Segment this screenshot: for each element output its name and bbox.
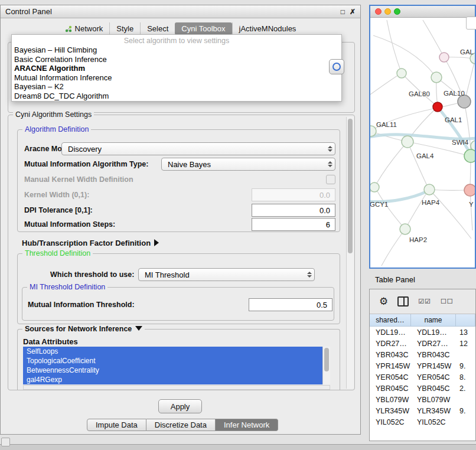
manual-kernel-checkbox[interactable] — [326, 175, 335, 184]
table-cell: YDL19… — [370, 328, 413, 337]
mi-algorithm-type-combobox[interactable]: Naive Bayes — [161, 158, 335, 171]
column-selector-icon[interactable] — [397, 296, 409, 306]
sources-section-toggle[interactable]: Sources for Network Inference — [22, 325, 145, 333]
control-panel-titlebar: Control Panel □ ✗ — [1, 5, 360, 18]
attributes-hscrollbar[interactable] — [23, 385, 330, 390]
zoom-traffic-light-icon[interactable] — [394, 8, 400, 15]
tab-infer-network[interactable]: Infer Network — [216, 419, 278, 431]
select-all-checkboxes-icon[interactable]: ☑☑ — [418, 298, 431, 305]
attributes-list-scrollbar[interactable] — [322, 347, 330, 384]
network-node[interactable] — [400, 224, 410, 234]
network-edge-thick[interactable] — [370, 191, 427, 202]
network-node[interactable] — [464, 184, 475, 196]
which-threshold-combobox[interactable]: MI Threshold — [138, 268, 315, 281]
refresh-button[interactable] — [329, 59, 344, 74]
table-row[interactable]: YBL079WYBL079W — [370, 394, 475, 405]
close-window-icon[interactable]: ✗ — [350, 8, 356, 16]
table-row[interactable]: YLR345WYLR345W9. — [370, 405, 475, 416]
dropdown-item[interactable]: Bayesian – Hill Climbing — [12, 45, 341, 55]
table-cell: YBR043C — [370, 351, 413, 359]
attribute-item[interactable]: BetweennessCentrality — [23, 366, 322, 375]
network-node[interactable] — [402, 136, 413, 148]
group-title: MI Threshold Definition — [27, 283, 107, 291]
tab-select[interactable]: Select — [140, 22, 175, 35]
mi-steps-field[interactable]: 6 — [252, 218, 335, 231]
table-cell: YLR345W — [413, 407, 457, 415]
aracne-mode-combobox[interactable]: Discovery — [61, 142, 335, 155]
table-cell: YLR345W — [370, 407, 413, 415]
table-row[interactable]: YPR145WYPR145W9. — [370, 360, 475, 371]
tab-label: Infer Network — [224, 420, 269, 429]
table-cell: YPR145W — [413, 362, 457, 370]
network-edge[interactable] — [407, 142, 427, 185]
apply-button[interactable]: Apply — [158, 399, 202, 413]
network-node[interactable] — [458, 95, 471, 108]
network-node-label: Y — [469, 201, 474, 208]
table-row[interactable]: YDL19…YDL19…13 — [370, 327, 475, 338]
network-node[interactable] — [464, 149, 475, 162]
deselect-all-checkboxes-icon[interactable]: ☐☐ — [441, 298, 454, 305]
table-cell: YER054C — [370, 373, 413, 381]
table-row[interactable]: YBR043CYBR043C — [370, 349, 475, 360]
attribute-item[interactable]: SelfLoops — [23, 347, 322, 356]
column-header[interactable]: name — [411, 314, 456, 326]
dropdown-item[interactable]: Bayesian – K2 — [12, 82, 341, 92]
network-node[interactable] — [439, 53, 449, 62]
table-row[interactable]: YER054CYER054C8. — [370, 371, 475, 383]
collapsed-panel-icon[interactable] — [1, 438, 10, 446]
network-node[interactable] — [370, 182, 379, 192]
network-edge[interactable] — [377, 191, 405, 229]
tab-label: Network — [75, 24, 103, 33]
column-header[interactable] — [456, 314, 475, 326]
network-edge-thick[interactable] — [438, 107, 471, 155]
tab-jactivemnodules[interactable]: jActiveMNodules — [232, 22, 303, 35]
network-edge[interactable] — [410, 107, 438, 138]
tab-impute-data[interactable]: Impute Data — [87, 419, 146, 431]
stepper-icon — [328, 146, 332, 152]
network-edge[interactable] — [382, 229, 405, 266]
network-node-label: GAL1 — [445, 116, 462, 123]
gear-icon[interactable]: ⚙ — [379, 296, 388, 306]
network-edge[interactable] — [429, 190, 471, 239]
table-row[interactable]: YBR045CYBR045C2. — [370, 383, 475, 394]
table-row[interactable]: YIL052CYIL052C — [370, 416, 475, 428]
dpi-tolerance-field[interactable]: 0.0 — [252, 204, 335, 217]
tab-style[interactable]: Style — [109, 22, 140, 35]
field-value: 6 — [326, 220, 330, 229]
attribute-item[interactable]: gal4RGexp — [23, 375, 322, 384]
table-row[interactable]: YDR27…YDR27…12 — [370, 338, 475, 349]
attributes-scrollbar-thumb[interactable] — [324, 348, 329, 371]
dropdown-item[interactable]: Dream8 DC_TDC Algorithm — [12, 92, 341, 101]
network-node[interactable] — [397, 69, 406, 78]
settings-scrollbar[interactable] — [346, 117, 354, 389]
tab-network[interactable]: Network — [58, 22, 110, 35]
dropdown-item[interactable]: Mutual Information Inference — [12, 73, 341, 83]
tab-discretize-data[interactable]: Discretize Data — [146, 419, 216, 431]
network-edge[interactable] — [466, 58, 475, 96]
column-header[interactable]: shared… — [370, 314, 411, 326]
network-edge[interactable] — [423, 20, 444, 57]
mi-steps-label: Mutual Information Steps: — [24, 220, 115, 229]
hub-section-label: Hub/Transcription Factor Definition — [22, 239, 151, 247]
attribute-item[interactable]: TopologicalCoefficient — [23, 356, 322, 366]
kernel-width-field[interactable]: 0.0 — [252, 188, 335, 201]
network-node[interactable] — [424, 184, 435, 195]
table-cell: YER054C — [413, 373, 457, 381]
tab-label: Select — [147, 24, 168, 33]
network-canvas[interactable]: GALGAL80GAL10GAL11GAL1SWI4GAL4GCY1HAP4YH… — [370, 18, 475, 268]
mi-threshold-field[interactable]: 0.5 — [249, 298, 332, 311]
network-node[interactable] — [433, 102, 442, 112]
hub-section-toggle[interactable]: Hub/Transcription Factor Definition — [22, 239, 159, 247]
dropdown-item-selected[interactable]: ARACNE Algorithm — [12, 64, 341, 73]
minimize-traffic-light-icon[interactable] — [384, 8, 391, 15]
table-cell: YBR045C — [370, 384, 413, 393]
dropdown-item[interactable]: Basic Correlation Inference — [12, 55, 341, 64]
float-window-icon[interactable]: □ — [341, 8, 345, 16]
network-edge[interactable] — [370, 76, 397, 94]
close-traffic-light-icon[interactable] — [375, 8, 382, 15]
network-edge[interactable] — [377, 142, 407, 183]
network-tools-box[interactable] — [466, 17, 476, 30]
settings-scrollbar-thumb[interactable] — [348, 119, 353, 253]
tab-cyni-toolbox[interactable]: Cyni Toolbox — [175, 22, 232, 35]
network-node[interactable] — [431, 72, 442, 83]
